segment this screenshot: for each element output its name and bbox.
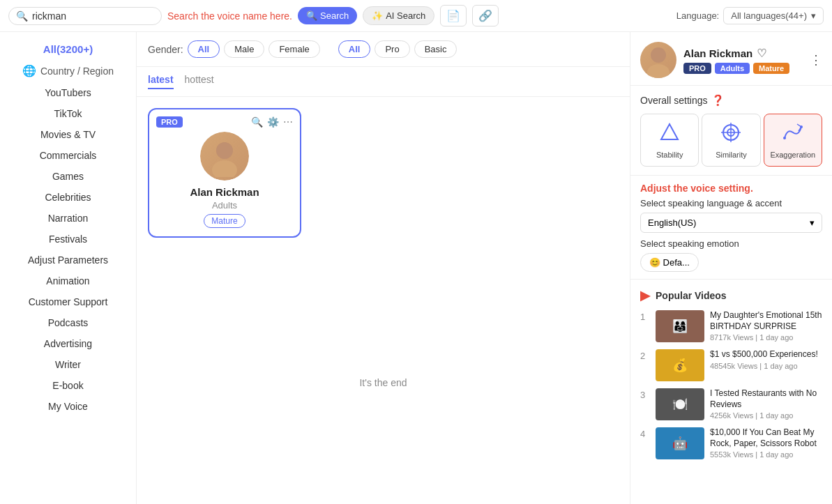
header: 🔍 Search the voice name here. 🔍 Search ✨… [0, 0, 832, 32]
link-button[interactable]: 🔗 [472, 5, 499, 26]
sidebar-item-advertising[interactable]: Advertising [0, 333, 136, 354]
sidebar-item-writer[interactable]: Writer [0, 354, 136, 375]
sidebar: All(3200+) 🌐 Country / Region YouTubers … [0, 32, 137, 504]
user-tags: PRO Adults Mature [683, 63, 803, 74]
stability-card[interactable]: Stability [640, 114, 699, 167]
sidebar-item-podcasts[interactable]: Podcasts [0, 312, 136, 333]
svg-point-4 [647, 64, 670, 78]
sidebar-item-country-region[interactable]: 🌐 Country / Region [0, 59, 136, 82]
card-settings-button[interactable]: ⚙️ [267, 116, 279, 128]
gender-label: Gender: [148, 44, 183, 55]
video-num-1: 1 [640, 310, 650, 322]
tabs: latest hottest [137, 67, 630, 97]
tag-pro: PRO [683, 63, 711, 74]
youtube-icon: ▶ [640, 288, 650, 303]
adjust-title: Adjust the voice setting. [640, 183, 822, 194]
sidebar-item-my-voice[interactable]: My Voice [0, 396, 136, 417]
type-filter-group: All Pro Basic [338, 40, 457, 58]
video-item-4[interactable]: 4 🤖 $10,000 If You Can Beat My Rock, Pap… [640, 427, 822, 459]
sidebar-item-commercials[interactable]: Commercials [0, 145, 136, 166]
pro-badge: PRO [156, 116, 183, 128]
gender-filter-group: Gender: All Male Female [148, 40, 320, 58]
svg-point-3 [651, 47, 666, 63]
ai-search-button[interactable]: ✨ AI Search [363, 6, 434, 25]
video-info-1: My Daughter's Emotional 15th BIRTHDAY SU… [710, 310, 822, 342]
exaggeration-label: Exaggeration [769, 151, 817, 159]
tab-latest[interactable]: latest [148, 74, 174, 89]
avatar [640, 42, 676, 78]
sidebar-all-item[interactable]: All(3200+) [0, 39, 136, 59]
tab-hottest[interactable]: hottest [185, 74, 214, 89]
sidebar-item-celebrities[interactable]: Celebrities [0, 187, 136, 208]
video-item-3[interactable]: 3 🍽️ I Tested Restaurants with No Review… [640, 388, 822, 420]
type-all-button[interactable]: All [338, 40, 371, 58]
video-title-3: I Tested Restaurants with No Reviews [710, 388, 822, 410]
sidebar-item-youtubers[interactable]: YouTubers [0, 82, 136, 103]
similarity-label: Similarity [706, 151, 755, 159]
card-tags: Mature [158, 214, 292, 228]
search-input[interactable] [32, 10, 154, 22]
sidebar-item-festivals[interactable]: Festivals [0, 229, 136, 250]
video-info-3: I Tested Restaurants with No Reviews 425… [710, 388, 822, 420]
svg-point-2 [216, 142, 233, 159]
gender-all-button[interactable]: All [188, 40, 220, 58]
tag-mature: Mature [753, 63, 789, 74]
settings-grid: Stability Similarity [640, 114, 822, 167]
video-info-4: $10,000 If You Can Beat My Rock, Paper, … [710, 427, 822, 459]
video-item-1[interactable]: 1 👨‍👩‍👧 My Daughter's Emotional 15th BIR… [640, 310, 822, 342]
search-button[interactable]: 🔍 Search [298, 7, 357, 24]
video-meta-1: 8717k Views | 1 day ago [710, 333, 822, 342]
voice-card-alan-rickman[interactable]: PRO 🔍 ⚙️ ⋯ Alan Rickman [148, 108, 301, 238]
avatar-image [200, 132, 249, 181]
gender-female-button[interactable]: Female [268, 40, 319, 58]
card-more-button[interactable]: ⋯ [283, 116, 293, 128]
video-item-2[interactable]: 2 💰 $1 vs $500,000 Experiences! 48545k V… [640, 349, 822, 381]
user-info: Alan Rickman ♡ PRO Adults Mature [683, 47, 803, 74]
bookmark-button[interactable]: 📄 [440, 5, 467, 26]
select-lang-label: Select speaking language & accent [640, 198, 822, 208]
video-thumb-4: 🤖 [656, 427, 704, 459]
user-profile: Alan Rickman ♡ PRO Adults Mature ⋮ [630, 32, 832, 86]
popular-videos-section: ▶ Popular Videos 1 👨‍👩‍👧 My Daughter's E… [630, 280, 832, 475]
video-num-2: 2 [640, 349, 650, 361]
video-meta-2: 48545k Views | 1 day ago [710, 362, 822, 370]
main-layout: All(3200+) 🌐 Country / Region YouTubers … [0, 32, 832, 504]
video-num-4: 4 [640, 427, 650, 439]
type-pro-button[interactable]: Pro [375, 40, 409, 58]
sidebar-item-tiktok[interactable]: TikTok [0, 103, 136, 124]
exaggeration-card[interactable]: Exaggeration [764, 114, 822, 167]
user-name: Alan Rickman ♡ [683, 47, 803, 60]
video-thumb-2: 💰 [656, 349, 704, 381]
type-basic-button[interactable]: Basic [414, 40, 457, 58]
search-btn-icon: 🔍 [306, 10, 317, 21]
video-info-2: $1 vs $500,000 Experiences! 48545k Views… [710, 349, 822, 370]
sidebar-item-movies-tv[interactable]: Movies & TV [0, 124, 136, 145]
language-accent-dropdown[interactable]: English(US) ▾ [640, 213, 822, 233]
svg-point-10 [783, 137, 786, 139]
video-title-1: My Daughter's Emotional 15th BIRTHDAY SU… [710, 310, 822, 332]
sidebar-item-games[interactable]: Games [0, 166, 136, 187]
content-area: Gender: All Male Female All Pro Basic la… [137, 32, 630, 504]
language-dropdown[interactable]: All languages(44+) ▾ [723, 7, 824, 24]
card-search-button[interactable]: 🔍 [251, 116, 263, 128]
heart-icon: ♡ [757, 47, 766, 60]
card-avatar [200, 132, 249, 181]
emotion-button[interactable]: 😊 Defa... [640, 253, 699, 272]
gender-male-button[interactable]: Male [224, 40, 264, 58]
sidebar-item-adjust-params[interactable]: Adjust Parameters [0, 250, 136, 270]
card-actions: 🔍 ⚙️ ⋯ [251, 116, 293, 128]
user-row: Alan Rickman ♡ PRO Adults Mature ⋮ [640, 42, 822, 78]
sidebar-item-narration[interactable]: Narration [0, 208, 136, 229]
more-options-button[interactable]: ⋮ [810, 52, 822, 68]
card-tag-mature: Mature [204, 214, 245, 228]
similarity-icon [706, 121, 755, 148]
sidebar-item-e-book[interactable]: E-book [0, 375, 136, 396]
stability-label: Stability [645, 151, 694, 159]
sidebar-item-animation[interactable]: Animation [0, 270, 136, 291]
sidebar-item-customer-support[interactable]: Customer Support [0, 291, 136, 312]
tag-adults: Adults [715, 63, 750, 74]
language-selector: Language: All languages(44+) ▾ [676, 7, 824, 24]
similarity-card[interactable]: Similarity [702, 114, 760, 167]
popular-videos-title: ▶ Popular Videos [640, 288, 822, 303]
svg-marker-5 [661, 124, 678, 139]
